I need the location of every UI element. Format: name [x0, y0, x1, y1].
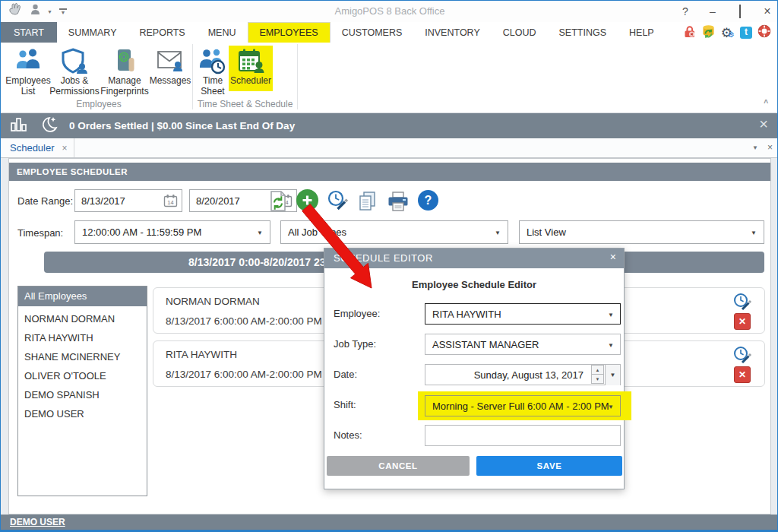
minimize-button[interactable]: – [706, 5, 719, 17]
date-range-label: Date Range: [17, 195, 73, 207]
scheduler-button[interactable]: Scheduler [229, 46, 272, 87]
orders-status-bar: 0 Orders Settled | $0.00 Since Last End … [1, 113, 778, 138]
list-item[interactable]: DEMO SPANISH [18, 385, 147, 404]
database-backup-icon[interactable] [701, 24, 716, 41]
date-field-label: Date: [334, 369, 357, 380]
ribbon-tab-bar: START SUMMARY REPORTS MENU EMPLOYEES CUS… [1, 22, 778, 43]
schedule-time: 8/13/2017 6:00:00 AM-2:00:00 PM [166, 315, 322, 327]
dialog-heading: Employee Schedule Editor [324, 279, 624, 290]
tab-help[interactable]: HELP [618, 22, 666, 43]
timespan-select[interactable]: 12:00:00 AM - 11:59:59 PM ▼ [74, 220, 270, 244]
calendar-icon[interactable]: 14 [163, 194, 178, 211]
dialog-close-icon[interactable]: × [610, 251, 616, 263]
employee-field-label: Employee: [334, 308, 380, 319]
manage-fingerprints-button[interactable]: Manage Fingerprints [98, 46, 151, 97]
maximize-button[interactable] [733, 5, 747, 17]
date-picker-field[interactable]: Sunday, August 13, 2017 ▲ ▼ ▼ [425, 364, 621, 385]
employee-list-header[interactable]: All Employees [18, 287, 147, 306]
tab-inventory[interactable]: INVENTORY [413, 22, 491, 43]
jobs-permissions-button[interactable]: Jobs & Permissions [49, 46, 100, 97]
titlebar-status-icons: ⚙⚙ t [683, 24, 771, 41]
job-type-field-label: Job Type: [334, 338, 376, 350]
edit-shift-icon[interactable] [732, 345, 752, 368]
ribbon-group-label-timesheet: Time Sheet & Schedule [193, 99, 297, 109]
tab-employees[interactable]: EMPLOYEES [248, 22, 330, 43]
window-controls: ? – × [678, 1, 774, 22]
doc-tab-close-icon[interactable]: × [62, 143, 68, 154]
tab-scheduler-document[interactable]: Scheduler × [1, 138, 74, 157]
toolbar-customize-icon[interactable]: ▼ [59, 8, 67, 15]
edit-shift-icon[interactable] [732, 292, 752, 315]
tab-cloud[interactable]: CLOUD [492, 22, 548, 43]
add-schedule-button[interactable] [296, 189, 318, 211]
ribbon-collapse-icon[interactable]: ^ [764, 99, 768, 107]
employee-select[interactable]: RITA HAYWITH ▼ [425, 303, 621, 325]
tab-customers[interactable]: CUSTOMERS [330, 22, 414, 43]
list-item[interactable]: OLIVER O'TOOLE [18, 366, 147, 385]
bottom-status-bar: DEMO USER [1, 515, 778, 530]
refresh-button[interactable] [268, 190, 288, 212]
fingerprint-phone-icon [112, 46, 138, 76]
list-item[interactable]: SHANE MCINERNEY [18, 347, 147, 366]
shield-icon [61, 46, 88, 76]
panel-title: EMPLOYEE SCHEDULER [9, 163, 770, 181]
delete-shift-button[interactable]: ✕ [734, 313, 751, 330]
scheduler-calendar-icon [237, 46, 264, 76]
twitter-icon[interactable]: t [740, 27, 752, 39]
app-window: AmigoPOS 8 Back Office ▼ ▼ ? – × START S… [0, 0, 778, 532]
gear-icon[interactable]: ⚙⚙ [721, 27, 735, 40]
logged-in-user-link[interactable]: DEMO USER [10, 517, 65, 527]
sales-chart-icon[interactable] [10, 116, 28, 136]
list-item[interactable]: NORMAN DORMAN [18, 309, 147, 328]
tab-menu[interactable]: MENU [197, 22, 248, 43]
window-help-button[interactable]: ? [678, 5, 692, 17]
tab-bar-close-icon[interactable]: × [767, 142, 773, 153]
time-sheet-icon [198, 46, 227, 76]
date-spinner: ▲ ▼ [591, 365, 604, 385]
close-button[interactable]: × [761, 5, 774, 18]
schedule-employee-name: NORMAN DORMAN [166, 296, 260, 307]
dialog-title: SCHEDULE EDITOR [324, 249, 624, 268]
list-item[interactable]: RITA HAYWITH [18, 328, 147, 347]
print-button[interactable] [387, 192, 410, 212]
shift-field-label: Shift: [334, 399, 356, 410]
tab-list-dropdown-icon[interactable]: ▼ [752, 144, 758, 151]
copy-schedule-button[interactable] [358, 191, 378, 212]
view-mode-select[interactable]: List View ▼ [519, 220, 764, 244]
support-lifering-icon[interactable] [757, 24, 771, 41]
employees-list-button[interactable]: Employees List [5, 46, 51, 97]
list-item[interactable]: DEMO USER [18, 404, 147, 423]
quick-access-dropdown-icon[interactable]: ▼ [47, 9, 52, 14]
tab-reports[interactable]: REPORTS [128, 22, 197, 43]
employees-list-icon [14, 46, 43, 76]
employee-list: All Employees NORMAN DORMAN RITA HAYWITH… [17, 286, 147, 496]
orders-bar-close-icon[interactable]: × [759, 116, 768, 133]
tab-start[interactable]: START [1, 22, 57, 43]
lock-icon[interactable] [683, 24, 696, 41]
quick-access-user-icon[interactable] [30, 4, 40, 19]
title-bar: AmigoPOS 8 Back Office ▼ ▼ ? – × [1, 1, 778, 22]
tab-settings[interactable]: SETTINGS [548, 22, 618, 43]
chevron-down-icon: ▼ [608, 342, 614, 349]
save-button[interactable]: SAVE [476, 456, 622, 476]
messages-button[interactable]: Messages [150, 46, 191, 87]
chevron-down-icon: ▼ [608, 404, 614, 410]
notes-field-label: Notes: [334, 429, 362, 441]
delete-shift-button[interactable]: ✕ [734, 366, 751, 383]
date-dropdown-icon[interactable]: ▼ [605, 365, 620, 385]
shift-select[interactable]: Morning - Server Full 6:00 AM - 2:00 PM … [425, 395, 621, 416]
svg-text:14: 14 [167, 199, 173, 206]
help-button[interactable]: ? [418, 190, 438, 211]
tab-summary[interactable]: SUMMARY [57, 22, 128, 43]
notes-input[interactable] [425, 425, 621, 446]
time-sheet-button[interactable]: Time Sheet [197, 46, 229, 97]
cancel-button[interactable]: CANCEL [327, 456, 470, 476]
job-types-select[interactable]: All Job Types ▼ [280, 220, 508, 244]
job-type-select[interactable]: ASSISTANT MANAGER ▼ [425, 334, 621, 355]
end-of-day-moon-icon[interactable] [39, 116, 59, 137]
chevron-down-icon: ▼ [257, 230, 263, 236]
edit-time-button[interactable] [327, 189, 349, 211]
window-title: AmigoPOS 8 Back Office [1, 5, 778, 17]
schedule-editor-dialog: SCHEDULE EDITOR × Employee Schedule Edit… [324, 248, 625, 489]
spin-down-icon[interactable]: ▼ [591, 374, 604, 384]
